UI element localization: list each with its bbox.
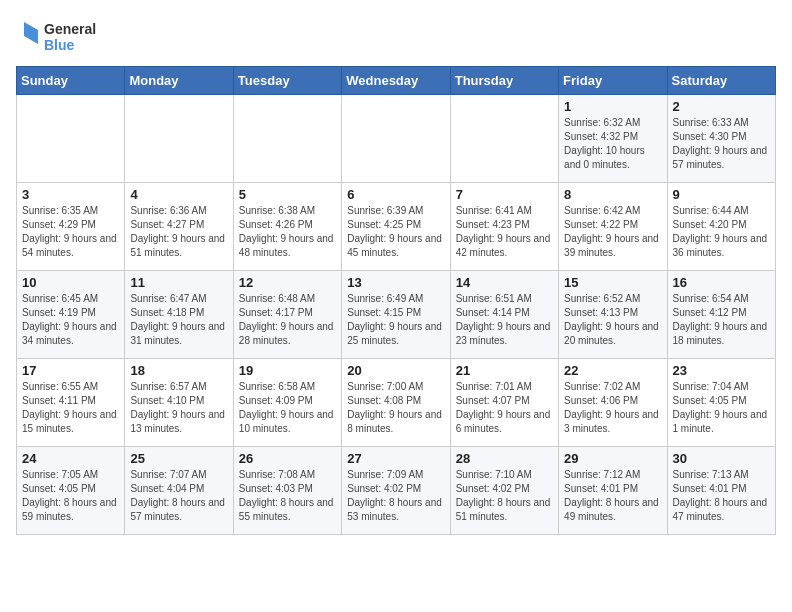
logo-icon: General Blue [16, 16, 106, 58]
day-info: Sunrise: 6:41 AM Sunset: 4:23 PM Dayligh… [456, 204, 553, 260]
day-info: Sunrise: 7:09 AM Sunset: 4:02 PM Dayligh… [347, 468, 444, 524]
week-row-0: 1Sunrise: 6:32 AM Sunset: 4:32 PM Daylig… [17, 95, 776, 183]
day-number: 5 [239, 187, 336, 202]
calendar-cell: 10Sunrise: 6:45 AM Sunset: 4:19 PM Dayli… [17, 271, 125, 359]
day-number: 6 [347, 187, 444, 202]
calendar-cell: 1Sunrise: 6:32 AM Sunset: 4:32 PM Daylig… [559, 95, 667, 183]
day-number: 29 [564, 451, 661, 466]
logo: General Blue [16, 16, 106, 58]
day-info: Sunrise: 7:08 AM Sunset: 4:03 PM Dayligh… [239, 468, 336, 524]
week-row-3: 17Sunrise: 6:55 AM Sunset: 4:11 PM Dayli… [17, 359, 776, 447]
calendar-cell: 12Sunrise: 6:48 AM Sunset: 4:17 PM Dayli… [233, 271, 341, 359]
calendar-cell: 13Sunrise: 6:49 AM Sunset: 4:15 PM Dayli… [342, 271, 450, 359]
day-number: 25 [130, 451, 227, 466]
svg-marker-2 [24, 22, 38, 44]
day-info: Sunrise: 7:05 AM Sunset: 4:05 PM Dayligh… [22, 468, 119, 524]
calendar-cell: 24Sunrise: 7:05 AM Sunset: 4:05 PM Dayli… [17, 447, 125, 535]
calendar-cell: 23Sunrise: 7:04 AM Sunset: 4:05 PM Dayli… [667, 359, 775, 447]
calendar-header: SundayMondayTuesdayWednesdayThursdayFrid… [17, 67, 776, 95]
calendar-cell [17, 95, 125, 183]
day-number: 9 [673, 187, 770, 202]
calendar-cell: 19Sunrise: 6:58 AM Sunset: 4:09 PM Dayli… [233, 359, 341, 447]
day-info: Sunrise: 6:36 AM Sunset: 4:27 PM Dayligh… [130, 204, 227, 260]
day-info: Sunrise: 6:52 AM Sunset: 4:13 PM Dayligh… [564, 292, 661, 348]
day-number: 17 [22, 363, 119, 378]
day-info: Sunrise: 6:47 AM Sunset: 4:18 PM Dayligh… [130, 292, 227, 348]
calendar-cell: 25Sunrise: 7:07 AM Sunset: 4:04 PM Dayli… [125, 447, 233, 535]
day-info: Sunrise: 7:01 AM Sunset: 4:07 PM Dayligh… [456, 380, 553, 436]
calendar-cell: 26Sunrise: 7:08 AM Sunset: 4:03 PM Dayli… [233, 447, 341, 535]
day-number: 3 [22, 187, 119, 202]
day-number: 11 [130, 275, 227, 290]
day-info: Sunrise: 7:07 AM Sunset: 4:04 PM Dayligh… [130, 468, 227, 524]
calendar-cell: 17Sunrise: 6:55 AM Sunset: 4:11 PM Dayli… [17, 359, 125, 447]
header-day-sunday: Sunday [17, 67, 125, 95]
calendar-cell [450, 95, 558, 183]
day-info: Sunrise: 7:10 AM Sunset: 4:02 PM Dayligh… [456, 468, 553, 524]
day-info: Sunrise: 6:54 AM Sunset: 4:12 PM Dayligh… [673, 292, 770, 348]
day-number: 4 [130, 187, 227, 202]
day-number: 16 [673, 275, 770, 290]
day-number: 18 [130, 363, 227, 378]
header-row: SundayMondayTuesdayWednesdayThursdayFrid… [17, 67, 776, 95]
day-number: 23 [673, 363, 770, 378]
calendar-cell: 18Sunrise: 6:57 AM Sunset: 4:10 PM Dayli… [125, 359, 233, 447]
day-info: Sunrise: 6:38 AM Sunset: 4:26 PM Dayligh… [239, 204, 336, 260]
calendar-cell [233, 95, 341, 183]
day-info: Sunrise: 6:58 AM Sunset: 4:09 PM Dayligh… [239, 380, 336, 436]
day-info: Sunrise: 7:02 AM Sunset: 4:06 PM Dayligh… [564, 380, 661, 436]
day-number: 27 [347, 451, 444, 466]
calendar-cell: 5Sunrise: 6:38 AM Sunset: 4:26 PM Daylig… [233, 183, 341, 271]
calendar-cell: 30Sunrise: 7:13 AM Sunset: 4:01 PM Dayli… [667, 447, 775, 535]
day-info: Sunrise: 6:55 AM Sunset: 4:11 PM Dayligh… [22, 380, 119, 436]
day-number: 14 [456, 275, 553, 290]
header-day-wednesday: Wednesday [342, 67, 450, 95]
day-number: 26 [239, 451, 336, 466]
calendar-cell: 21Sunrise: 7:01 AM Sunset: 4:07 PM Dayli… [450, 359, 558, 447]
calendar-cell: 6Sunrise: 6:39 AM Sunset: 4:25 PM Daylig… [342, 183, 450, 271]
day-info: Sunrise: 6:44 AM Sunset: 4:20 PM Dayligh… [673, 204, 770, 260]
calendar-cell [125, 95, 233, 183]
header-day-thursday: Thursday [450, 67, 558, 95]
day-info: Sunrise: 6:39 AM Sunset: 4:25 PM Dayligh… [347, 204, 444, 260]
day-number: 8 [564, 187, 661, 202]
calendar-cell: 8Sunrise: 6:42 AM Sunset: 4:22 PM Daylig… [559, 183, 667, 271]
calendar-cell [342, 95, 450, 183]
day-info: Sunrise: 6:32 AM Sunset: 4:32 PM Dayligh… [564, 116, 661, 172]
day-info: Sunrise: 7:12 AM Sunset: 4:01 PM Dayligh… [564, 468, 661, 524]
calendar-cell: 9Sunrise: 6:44 AM Sunset: 4:20 PM Daylig… [667, 183, 775, 271]
day-number: 30 [673, 451, 770, 466]
header-day-saturday: Saturday [667, 67, 775, 95]
calendar-cell: 16Sunrise: 6:54 AM Sunset: 4:12 PM Dayli… [667, 271, 775, 359]
calendar-table: SundayMondayTuesdayWednesdayThursdayFrid… [16, 66, 776, 535]
day-info: Sunrise: 7:13 AM Sunset: 4:01 PM Dayligh… [673, 468, 770, 524]
day-number: 28 [456, 451, 553, 466]
calendar-cell: 14Sunrise: 6:51 AM Sunset: 4:14 PM Dayli… [450, 271, 558, 359]
calendar-cell: 22Sunrise: 7:02 AM Sunset: 4:06 PM Dayli… [559, 359, 667, 447]
header-day-monday: Monday [125, 67, 233, 95]
day-number: 20 [347, 363, 444, 378]
week-row-2: 10Sunrise: 6:45 AM Sunset: 4:19 PM Dayli… [17, 271, 776, 359]
day-number: 10 [22, 275, 119, 290]
day-number: 15 [564, 275, 661, 290]
day-info: Sunrise: 7:04 AM Sunset: 4:05 PM Dayligh… [673, 380, 770, 436]
calendar-body: 1Sunrise: 6:32 AM Sunset: 4:32 PM Daylig… [17, 95, 776, 535]
calendar-cell: 7Sunrise: 6:41 AM Sunset: 4:23 PM Daylig… [450, 183, 558, 271]
day-number: 21 [456, 363, 553, 378]
day-info: Sunrise: 6:45 AM Sunset: 4:19 PM Dayligh… [22, 292, 119, 348]
calendar-cell: 20Sunrise: 7:00 AM Sunset: 4:08 PM Dayli… [342, 359, 450, 447]
day-number: 12 [239, 275, 336, 290]
day-info: Sunrise: 6:48 AM Sunset: 4:17 PM Dayligh… [239, 292, 336, 348]
day-info: Sunrise: 6:35 AM Sunset: 4:29 PM Dayligh… [22, 204, 119, 260]
day-number: 19 [239, 363, 336, 378]
day-number: 1 [564, 99, 661, 114]
day-info: Sunrise: 6:49 AM Sunset: 4:15 PM Dayligh… [347, 292, 444, 348]
calendar-cell: 15Sunrise: 6:52 AM Sunset: 4:13 PM Dayli… [559, 271, 667, 359]
calendar-cell: 29Sunrise: 7:12 AM Sunset: 4:01 PM Dayli… [559, 447, 667, 535]
week-row-1: 3Sunrise: 6:35 AM Sunset: 4:29 PM Daylig… [17, 183, 776, 271]
calendar-cell: 4Sunrise: 6:36 AM Sunset: 4:27 PM Daylig… [125, 183, 233, 271]
day-info: Sunrise: 6:42 AM Sunset: 4:22 PM Dayligh… [564, 204, 661, 260]
day-number: 7 [456, 187, 553, 202]
day-info: Sunrise: 7:00 AM Sunset: 4:08 PM Dayligh… [347, 380, 444, 436]
day-info: Sunrise: 6:57 AM Sunset: 4:10 PM Dayligh… [130, 380, 227, 436]
